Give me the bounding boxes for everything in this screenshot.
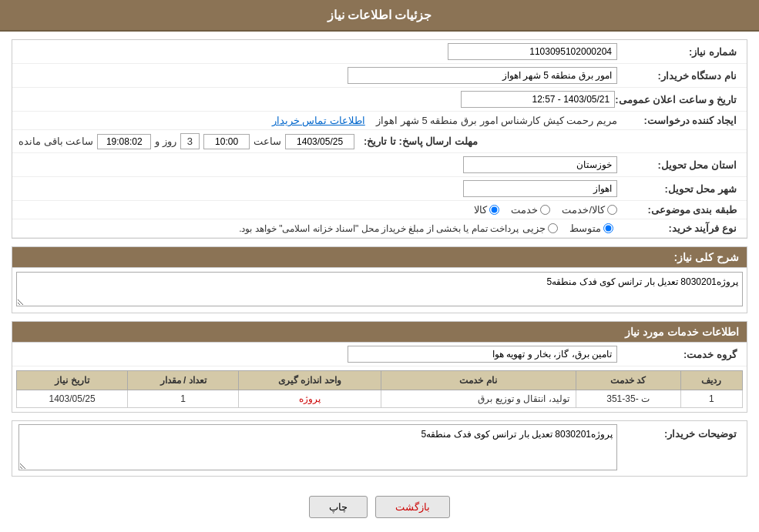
print-button[interactable]: چاپ bbox=[309, 496, 368, 518]
service-group-input[interactable] bbox=[348, 346, 617, 363]
response-deadline-label: مهلت ارسال پاسخ: تا تاریخ: bbox=[358, 136, 482, 147]
page-header: جزئیات اطلاعات نیاز bbox=[0, 0, 759, 32]
col-quantity: تعداد / مقدار bbox=[128, 371, 239, 390]
process-option-motawaset-label: متوسط bbox=[569, 223, 601, 234]
category-radio-khedmat[interactable] bbox=[540, 205, 550, 215]
category-option-khedmat: خدمت bbox=[511, 204, 550, 216]
remaining-days-label: روز و bbox=[155, 136, 176, 147]
bottom-buttons: بازگشت چاپ bbox=[12, 484, 747, 530]
col-service-code: کد خدمت bbox=[576, 371, 680, 390]
general-description-textarea[interactable]: پروژه8030201 تعدیل بار ترانس کوی فدک منط… bbox=[16, 272, 743, 306]
cell-row-num: 1 bbox=[680, 390, 742, 408]
city-input[interactable] bbox=[463, 180, 617, 197]
process-radio-group: متوسط جزیی bbox=[522, 223, 613, 234]
process-option-jozi: جزیی bbox=[522, 223, 558, 234]
page-wrapper: جزئیات اطلاعات نیاز شماره نیاز: نام دستگ… bbox=[0, 0, 759, 532]
services-table-container: ردیف کد خدمت نام خدمت واحد اندازه گیری ت… bbox=[12, 366, 747, 412]
category-option-khedmat-label: خدمت bbox=[511, 204, 538, 216]
services-section: اطلاعات خدمات مورد نیاز گروه خدمت: ردیف … bbox=[12, 321, 747, 413]
category-row: طبقه بندی موضوعی: کالا/خدمت خدمت bbox=[12, 201, 747, 219]
cell-service-code: ت -35-351 bbox=[576, 390, 680, 408]
buyer-description-textarea[interactable]: پروژه8030201 تعدیل بار ترانس کوی فدک منط… bbox=[18, 424, 617, 470]
cell-service-name: تولید، انتقال و توزیع برق bbox=[381, 390, 576, 408]
general-description-section-title: شرح کلی نیاز: bbox=[12, 247, 747, 268]
category-radio-kala[interactable] bbox=[489, 205, 499, 215]
page-title: جزئیات اطلاعات نیاز bbox=[327, 8, 432, 22]
process-note: پرداخت تمام یا بخشی از مبلغ خریداز محل "… bbox=[239, 223, 519, 234]
process-option-motawaset: متوسط bbox=[569, 223, 613, 234]
services-section-title: اطلاعات خدمات مورد نیاز bbox=[12, 322, 747, 343]
remaining-time-input[interactable] bbox=[97, 134, 151, 149]
general-description-section: شرح کلی نیاز: پروژه8030201 تعدیل بار ترا… bbox=[12, 246, 747, 313]
process-type-row: نوع فرآیند خرید: متوسط جزیی پرداخت تمام … bbox=[12, 219, 747, 238]
category-option-kala-khedmat-label: کالا/خدمت bbox=[562, 204, 605, 216]
category-radio-kala-khedmat[interactable] bbox=[607, 205, 617, 215]
service-group-row: گروه خدمت: bbox=[12, 343, 747, 366]
response-date-input[interactable] bbox=[285, 134, 354, 149]
col-unit: واحد اندازه گیری bbox=[239, 371, 381, 390]
province-row: استان محل تحویل: bbox=[12, 153, 747, 177]
process-option-jozi-label: جزیی bbox=[522, 223, 546, 234]
category-option-kala-label: کالا bbox=[474, 204, 487, 216]
creator-value: مریم رحمت کیش کارشناس امور برق منطقه 5 ش… bbox=[376, 115, 617, 126]
category-option-kala: کالا bbox=[474, 204, 499, 216]
process-radio-motawaset[interactable] bbox=[603, 223, 613, 233]
category-option-kala-khedmat: کالا/خدمت bbox=[562, 204, 617, 216]
announcement-datetime-row: تاریخ و ساعت اعلان عمومی: bbox=[12, 88, 747, 112]
general-description-content: پروژه8030201 تعدیل بار ترانس کوی فدک منط… bbox=[12, 268, 747, 313]
city-row: شهر محل تحویل: bbox=[12, 177, 747, 201]
buyer-org-input[interactable] bbox=[348, 67, 617, 84]
process-radio-jozi[interactable] bbox=[548, 223, 558, 233]
table-row: 1 ت -35-351 تولید، انتقال و توزیع برق پر… bbox=[17, 390, 743, 408]
province-input[interactable] bbox=[463, 156, 617, 173]
category-radio-group: کالا/خدمت خدمت کالا bbox=[18, 204, 617, 216]
services-table: ردیف کد خدمت نام خدمت واحد اندازه گیری ت… bbox=[16, 370, 743, 408]
col-date: تاریخ نیاز bbox=[17, 371, 128, 390]
need-number-input[interactable] bbox=[448, 43, 617, 60]
main-info-section: شماره نیاز: نام دستگاه خریدار: تاریخ و س… bbox=[12, 39, 747, 239]
creator-row: ایجاد کننده درخواست: مریم رحمت کیش کارشن… bbox=[12, 112, 747, 130]
response-deadline-row: مهلت ارسال پاسخ: تا تاریخ: ساعت 3 روز و … bbox=[12, 130, 747, 153]
content-area: شماره نیاز: نام دستگاه خریدار: تاریخ و س… bbox=[0, 32, 759, 532]
col-service-name: نام خدمت bbox=[381, 371, 576, 390]
need-number-label: شماره نیاز: bbox=[617, 46, 741, 58]
response-time-input[interactable] bbox=[203, 134, 250, 149]
buyer-description-section: توضیحات خریدار: پروژه8030201 تعدیل بار ت… bbox=[12, 420, 747, 477]
category-label: طبقه بندی موضوعی: bbox=[617, 204, 741, 216]
announcement-datetime-input[interactable] bbox=[461, 91, 615, 108]
cell-date: 1403/05/25 bbox=[17, 390, 128, 408]
response-time-label: ساعت bbox=[254, 136, 281, 147]
buyer-org-label: نام دستگاه خریدار: bbox=[617, 70, 741, 82]
process-type-label: نوع فرآیند خرید: bbox=[617, 223, 741, 234]
need-number-row: شماره نیاز: bbox=[12, 40, 747, 64]
service-group-label: گروه خدمت: bbox=[617, 349, 741, 360]
city-label: شهر محل تحویل: bbox=[617, 183, 741, 195]
buyer-org-row: نام دستگاه خریدار: bbox=[12, 64, 747, 88]
col-row-num: ردیف bbox=[680, 371, 742, 390]
remaining-time-label: ساعت باقی مانده bbox=[18, 136, 93, 147]
creator-label: ایجاد کننده درخواست: bbox=[617, 115, 741, 126]
announcement-datetime-label: تاریخ و ساعت اعلان عمومی: bbox=[615, 94, 741, 105]
contact-info-link[interactable]: اطلاعات تماس خریدار bbox=[272, 115, 365, 126]
cell-unit: پروژه bbox=[239, 390, 381, 408]
province-label: استان محل تحویل: bbox=[617, 159, 741, 171]
remaining-days-value: 3 bbox=[180, 133, 200, 149]
buyer-description-row: توضیحات خریدار: پروژه8030201 تعدیل بار ت… bbox=[12, 421, 747, 476]
cell-quantity: 1 bbox=[128, 390, 239, 408]
buyer-description-label: توضیحات خریدار: bbox=[617, 424, 741, 440]
table-header-row: ردیف کد خدمت نام خدمت واحد اندازه گیری ت… bbox=[17, 371, 743, 390]
back-button[interactable]: بازگشت bbox=[375, 496, 450, 518]
